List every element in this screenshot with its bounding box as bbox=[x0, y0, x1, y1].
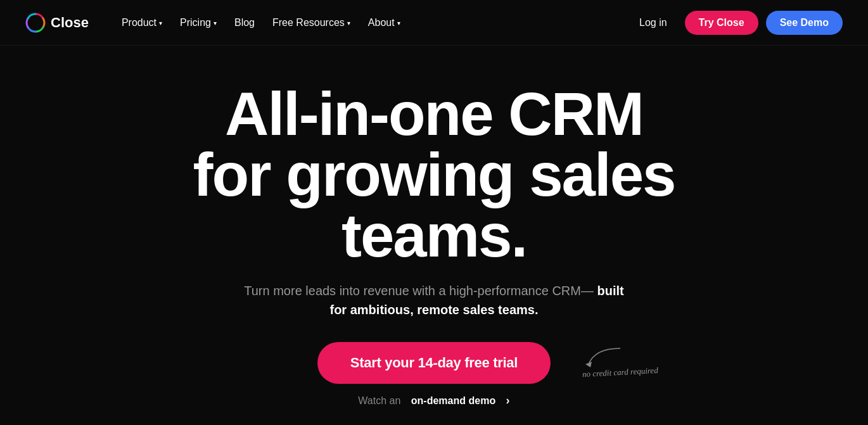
hero-subtitle: Turn more leads into revenue with a high… bbox=[244, 281, 624, 319]
watch-demo-link-text: on-demand demo bbox=[411, 395, 495, 407]
nav-label-product: Product bbox=[122, 17, 156, 29]
chevron-down-icon: ▾ bbox=[159, 20, 162, 27]
try-close-button[interactable]: Try Close bbox=[685, 11, 758, 35]
cta-section: Start your 14-day free trial no credit c… bbox=[317, 342, 551, 407]
arrow-right-icon: › bbox=[506, 394, 510, 407]
logo[interactable]: Close bbox=[25, 13, 89, 33]
hero-title-line2: for growing sales teams. bbox=[193, 141, 675, 269]
nav-links: Product ▾ Pricing ▾ Blog Free Resources … bbox=[114, 12, 408, 34]
nav-item-blog[interactable]: Blog bbox=[227, 12, 262, 34]
nav-label-pricing: Pricing bbox=[180, 17, 211, 29]
logo-icon bbox=[25, 13, 46, 33]
nav-label-free-resources: Free Resources bbox=[272, 17, 345, 29]
navbar-left: Close Product ▾ Pricing ▾ Blog Free Reso… bbox=[25, 12, 408, 34]
chevron-down-icon: ▾ bbox=[347, 20, 350, 27]
nav-item-free-resources[interactable]: Free Resources ▾ bbox=[265, 12, 358, 34]
nav-item-pricing[interactable]: Pricing ▾ bbox=[172, 12, 224, 34]
watch-demo-link[interactable]: Watch an on-demand demo › bbox=[358, 394, 509, 407]
nav-label-blog: Blog bbox=[234, 17, 255, 29]
annotation-area: no credit card required bbox=[582, 345, 658, 377]
navbar: Close Product ▾ Pricing ▾ Blog Free Reso… bbox=[0, 0, 868, 46]
hero-subtitle-start: Turn more leads into revenue with a high… bbox=[244, 284, 594, 298]
hero-section: All-in-one CRM for growing sales teams. … bbox=[0, 46, 868, 425]
trial-button[interactable]: Start your 14-day free trial bbox=[317, 342, 551, 384]
hero-title-line1: All-in-one CRM bbox=[225, 80, 643, 148]
see-demo-button[interactable]: See Demo bbox=[766, 11, 843, 35]
logo-text: Close bbox=[51, 15, 89, 31]
nav-item-about[interactable]: About ▾ bbox=[361, 12, 408, 34]
chevron-down-icon: ▾ bbox=[214, 20, 217, 27]
watch-demo-start: Watch an bbox=[358, 395, 400, 407]
svg-marker-1 bbox=[585, 362, 592, 367]
login-button[interactable]: Log in bbox=[629, 12, 677, 34]
nav-item-product[interactable]: Product ▾ bbox=[114, 12, 170, 34]
hero-title: All-in-one CRM for growing sales teams. bbox=[149, 84, 719, 266]
navbar-right: Log in Try Close See Demo bbox=[629, 11, 843, 35]
chevron-down-icon: ▾ bbox=[397, 20, 400, 27]
nav-label-about: About bbox=[368, 17, 395, 29]
